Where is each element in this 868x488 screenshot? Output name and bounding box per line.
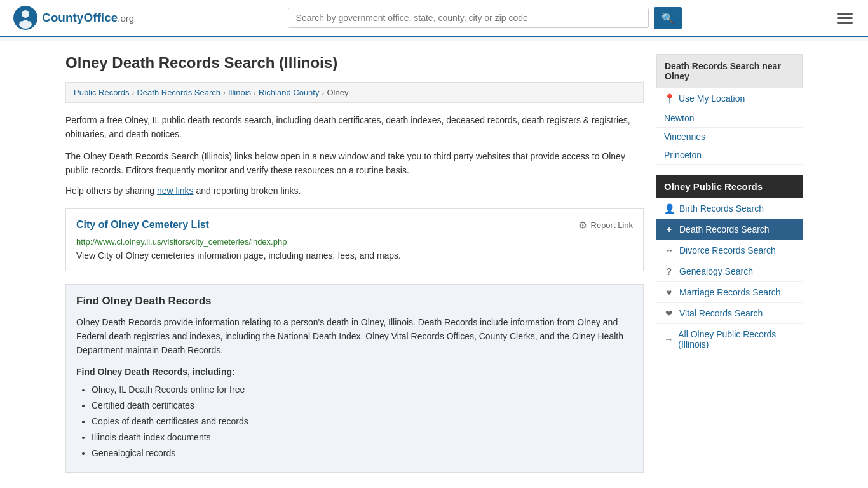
- breadcrumb-richland-county[interactable]: Richland County: [259, 88, 319, 97]
- intro-text-1: Perform a free Olney, IL public death re…: [65, 113, 644, 142]
- hamburger-icon: [837, 22, 853, 24]
- vital-records-icon: ❤: [664, 308, 674, 318]
- find-title: Find Olney Death Records: [76, 295, 633, 308]
- breadcrumb-olney: Olney: [327, 88, 348, 97]
- list-item: Illinois death index documents: [92, 430, 633, 445]
- sidebar-item-divorce-records[interactable]: ↔ Divorce Records Search: [656, 240, 803, 261]
- svg-point-1: [22, 10, 29, 18]
- search-button[interactable]: 🔍: [654, 7, 682, 29]
- breadcrumb-sep: ›: [254, 88, 256, 97]
- sidebar-item-death-records[interactable]: + Death Records Search: [656, 219, 803, 240]
- page-title: Olney Death Records Search (Illinois): [65, 54, 644, 72]
- breadcrumb-public-records[interactable]: Public Records: [74, 88, 129, 97]
- list-item: Copies of death certificates and records: [92, 414, 633, 430]
- list-item: Olney, IL Death Records online for free: [92, 382, 633, 398]
- search-area: 🔍: [288, 7, 682, 29]
- content-area: Olney Death Records Search (Illinois) Pu…: [65, 54, 644, 485]
- find-text: Olney Death Records provide information …: [76, 315, 633, 358]
- search-icon: 🔍: [661, 13, 674, 24]
- nearby-location-princeton[interactable]: Princeton: [656, 146, 803, 165]
- breadcrumb-death-records-search[interactable]: Death Records Search: [137, 88, 220, 97]
- nearby-section: Death Records Search near Olney 📍 Use My…: [656, 54, 803, 165]
- help-text: Help others by sharing new links and rep…: [65, 186, 644, 196]
- find-including-label: Find Olney Death Records, including:: [76, 367, 633, 377]
- site-header: CountyOffice.org 🔍: [0, 0, 868, 37]
- breadcrumb-sep: ›: [223, 88, 226, 97]
- nearby-header: Death Records Search near Olney: [656, 54, 803, 88]
- report-icon: ⚙: [578, 219, 587, 231]
- use-my-location-link[interactable]: Use My Location: [679, 93, 745, 104]
- svg-point-3: [20, 17, 24, 22]
- new-links-link[interactable]: new links: [157, 186, 194, 196]
- sidebar: Death Records Search near Olney 📍 Use My…: [656, 54, 803, 485]
- hamburger-icon: [837, 17, 853, 19]
- logo: CountyOffice.org: [13, 5, 134, 30]
- hamburger-icon: [837, 13, 853, 15]
- nearby-location-vincennes[interactable]: Vincennes: [656, 128, 803, 146]
- link-section: City of Olney Cemetery List ⚙ Report Lin…: [65, 208, 644, 271]
- birth-records-icon: 👤: [664, 203, 674, 214]
- use-my-location-item[interactable]: 📍 Use My Location: [656, 88, 803, 109]
- logo-text: CountyOffice.org: [42, 11, 134, 25]
- public-records-header: Olney Public Records: [656, 175, 803, 198]
- link-description: View City of Olney cemeteries informatio…: [76, 250, 633, 261]
- death-records-icon: +: [664, 224, 674, 234]
- genealogy-icon: ?: [664, 266, 674, 276]
- sidebar-item-all-public-records[interactable]: → All Olney Public Records (Illinois): [656, 324, 803, 355]
- sidebar-item-marriage-records[interactable]: ♥ Marriage Records Search: [656, 282, 803, 303]
- svg-point-4: [27, 17, 32, 22]
- intro-text-2: The Olney Death Records Search (Illinois…: [65, 149, 644, 178]
- breadcrumb-sep: ›: [132, 88, 134, 97]
- find-list: Olney, IL Death Records online for free …: [76, 382, 633, 462]
- sidebar-item-vital-records[interactable]: ❤ Vital Records Search: [656, 303, 803, 324]
- marriage-records-icon: ♥: [664, 287, 674, 297]
- search-input[interactable]: [288, 8, 649, 28]
- breadcrumb-illinois[interactable]: Illinois: [228, 88, 251, 97]
- logo-icon: [13, 5, 38, 30]
- divorce-records-icon: ↔: [664, 245, 674, 255]
- list-item: Genealogical records: [92, 445, 633, 461]
- breadcrumb-sep: ›: [322, 88, 324, 97]
- nearby-location-newton[interactable]: Newton: [656, 109, 803, 128]
- menu-button[interactable]: [835, 10, 855, 26]
- link-url: http://www.ci.olney.il.us/visitors/city_…: [76, 237, 633, 247]
- link-header-row: City of Olney Cemetery List ⚙ Report Lin…: [76, 219, 633, 234]
- list-item: Certified death certificates: [92, 398, 633, 414]
- public-records-section: Olney Public Records 👤 Birth Records Sea…: [656, 175, 803, 355]
- location-pin-icon: 📍: [664, 93, 675, 104]
- find-section: Find Olney Death Records Olney Death Rec…: [65, 284, 644, 473]
- sidebar-item-genealogy[interactable]: ? Genealogy Search: [656, 261, 803, 282]
- cemetery-list-link[interactable]: City of Olney Cemetery List: [76, 219, 209, 231]
- breadcrumb: Public Records › Death Records Search › …: [65, 82, 644, 103]
- all-records-icon: →: [664, 334, 673, 344]
- sidebar-item-birth-records[interactable]: 👤 Birth Records Search: [656, 198, 803, 219]
- report-link-button[interactable]: ⚙ Report Link: [578, 219, 633, 231]
- main-container: Olney Death Records Search (Illinois) Pu…: [53, 41, 815, 488]
